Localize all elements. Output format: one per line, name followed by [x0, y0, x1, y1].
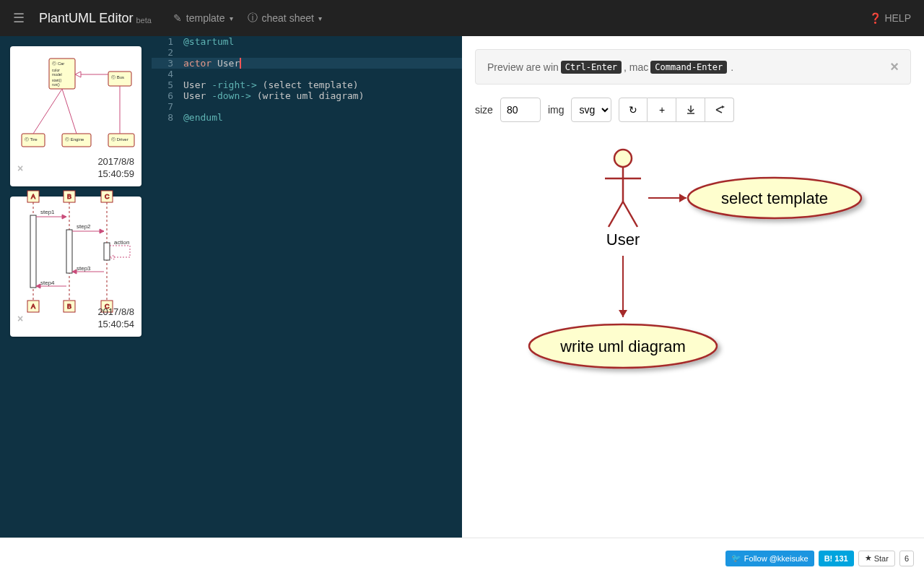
svg-rect-36: [104, 243, 110, 260]
beta-badge: beta: [136, 16, 151, 25]
uml-diagram: User select template write uml diagram: [475, 137, 911, 462]
twitter-icon: 🐦: [731, 553, 741, 563]
close-icon[interactable]: ×: [17, 313, 23, 324]
svg-text:step1: step1: [40, 209, 55, 215]
pencil-icon: ✎: [173, 12, 182, 24]
help-icon: ❓: [869, 12, 881, 24]
star-icon: ★: [865, 553, 872, 563]
close-icon[interactable]: ×: [17, 163, 23, 174]
size-label: size: [475, 104, 493, 116]
svg-text:select template: select template: [721, 189, 828, 207]
top-navbar: ☰ PlantUML Editor beta ✎ template ▾ ⓘ ch…: [0, 0, 924, 36]
app-title: PlantUML Editor: [39, 11, 133, 26]
download-icon: [686, 105, 696, 115]
hint-banner: Preview are win Ctrl-Enter , mac Command…: [475, 49, 911, 85]
thumbnail-timestamp: 2017/8/8 15:40:54: [97, 306, 134, 331]
hint-text: Preview are win: [487, 61, 559, 73]
size-input[interactable]: [500, 98, 541, 122]
refresh-icon: ↻: [629, 104, 637, 116]
kbd-win: Ctrl-Enter: [561, 61, 622, 74]
svg-line-56: [623, 202, 637, 227]
svg-marker-6: [75, 72, 81, 77]
history-sidebar: Ⓒ Car color model start() run() Ⓒ Bus Ⓒ …: [0, 36, 152, 538]
refresh-button[interactable]: ↻: [619, 98, 648, 122]
github-star-badge[interactable]: ★ Star: [858, 551, 895, 566]
svg-marker-38: [62, 215, 66, 219]
svg-text:step2: step2: [77, 223, 91, 230]
cheatsheet-label: cheat sheet: [262, 12, 314, 24]
hint-text: , mac: [624, 61, 648, 73]
svg-marker-45: [110, 255, 114, 259]
share-button[interactable]: [705, 98, 734, 122]
svg-marker-40: [100, 229, 104, 233]
close-icon[interactable]: ×: [890, 59, 899, 75]
share-icon: [715, 105, 725, 115]
thumbnail-image: Ⓒ Car color model start() run() Ⓒ Bus Ⓒ …: [14, 51, 137, 152]
plus-icon: +: [659, 104, 665, 116]
svg-text:User: User: [606, 230, 640, 249]
svg-text:Ⓒ Car: Ⓒ Car: [52, 61, 64, 66]
svg-rect-34: [30, 215, 36, 288]
svg-text:Ⓒ Driver: Ⓒ Driver: [111, 137, 128, 142]
chevron-down-icon: ▾: [318, 14, 322, 22]
history-card[interactable]: Ⓒ Car color model start() run() Ⓒ Bus Ⓒ …: [10, 46, 141, 186]
menu-icon[interactable]: ☰: [13, 10, 25, 26]
svg-text:step3: step3: [77, 265, 91, 272]
help-label: HELP: [884, 12, 911, 24]
svg-rect-35: [66, 230, 72, 273]
svg-text:action: action: [114, 239, 129, 246]
preview-panel: Preview are win Ctrl-Enter , mac Command…: [462, 36, 924, 538]
svg-point-52: [614, 150, 632, 167]
svg-marker-59: [679, 194, 687, 202]
thumbnail-timestamp: 2017/8/8 15:40:59: [97, 156, 134, 181]
template-label: template: [186, 12, 225, 24]
preview-toolbar: size img svg ↻ +: [475, 98, 911, 122]
svg-text:Ⓒ Engine: Ⓒ Engine: [65, 137, 84, 142]
footer-bar: 🐦 Follow @kkeisuke B! 131 ★ Star 6: [0, 538, 924, 578]
svg-text:C: C: [105, 193, 110, 200]
svg-line-55: [609, 202, 623, 227]
chevron-down-icon: ▾: [230, 14, 233, 22]
svg-text:model: model: [52, 72, 62, 77]
svg-marker-51: [722, 105, 725, 108]
svg-text:step4: step4: [40, 280, 55, 286]
svg-text:B: B: [67, 303, 71, 310]
cheatsheet-dropdown[interactable]: ⓘ cheat sheet ▾: [248, 12, 322, 25]
svg-line-8: [62, 89, 77, 134]
template-dropdown[interactable]: ✎ template ▾: [173, 12, 233, 24]
hint-text: .: [731, 61, 733, 73]
svg-line-7: [33, 89, 62, 134]
add-button[interactable]: +: [648, 98, 676, 122]
svg-text:A: A: [31, 303, 35, 310]
svg-text:A: A: [31, 193, 35, 200]
download-button[interactable]: [676, 98, 705, 122]
svg-text:Ⓒ Tire: Ⓒ Tire: [25, 137, 38, 142]
github-star-count[interactable]: 6: [899, 551, 914, 566]
img-label: img: [548, 104, 565, 116]
svg-marker-63: [619, 310, 627, 317]
svg-text:B: B: [67, 193, 71, 200]
twitter-follow-badge[interactable]: 🐦 Follow @kkeisuke: [725, 551, 814, 566]
svg-text:run(): run(): [52, 82, 60, 87]
hatena-badge[interactable]: B! 131: [819, 551, 854, 566]
info-icon: ⓘ: [248, 12, 258, 25]
svg-text:Ⓒ Bus: Ⓒ Bus: [111, 75, 124, 79]
kbd-mac: Command-Enter: [650, 61, 727, 74]
code-editor[interactable]: 1@startuml 2 3actor User 4 5User -right-…: [152, 36, 462, 538]
history-card[interactable]: A B C A B C: [10, 197, 141, 337]
help-link[interactable]: ❓ HELP: [869, 12, 911, 24]
img-format-select[interactable]: svg: [571, 98, 611, 122]
thumbnail-image: A B C A B C: [14, 201, 137, 302]
svg-text:write uml diagram: write uml diagram: [559, 337, 686, 355]
